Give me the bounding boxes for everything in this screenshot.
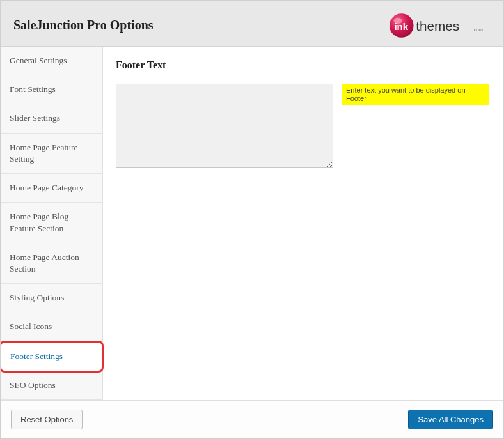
footer-bar: Reset Options Save All Changes xyxy=(1,400,503,438)
helper-text: Enter text you want to be displayed on F… xyxy=(342,84,489,105)
brand-logo: ink themes .com xyxy=(388,12,491,39)
section-title: Footer Text xyxy=(116,59,489,71)
page-title: SaleJunction Pro Options xyxy=(13,18,154,33)
header-bar: SaleJunction Pro Options ink themes .com xyxy=(1,1,503,47)
sidebar-item-home-feature[interactable]: Home Page Feature Setting xyxy=(1,134,102,174)
body-container: General Settings Font Settings Slider Se… xyxy=(1,47,503,400)
sidebar-item-styling[interactable]: Styling Options xyxy=(1,284,102,312)
sidebar-item-font-settings[interactable]: Font Settings xyxy=(1,75,102,104)
field-row: Enter text you want to be displayed on F… xyxy=(116,84,489,168)
sidebar-item-slider-settings[interactable]: Slider Settings xyxy=(1,104,102,133)
svg-text:ink: ink xyxy=(394,20,408,31)
sidebar-item-home-category[interactable]: Home Page Category xyxy=(1,174,102,203)
reset-button[interactable]: Reset Options xyxy=(11,410,83,429)
content-panel: Footer Text Enter text you want to be di… xyxy=(103,47,503,400)
sidebar-item-home-auction[interactable]: Home Page Auction Section xyxy=(1,243,102,284)
footer-text-input[interactable] xyxy=(116,84,333,168)
save-button[interactable]: Save All Changes xyxy=(408,410,493,429)
sidebar-item-home-blog[interactable]: Home Page Blog Feature Section xyxy=(1,203,102,243)
sidebar-item-social-icons[interactable]: Social Icons xyxy=(1,312,102,341)
svg-text:.com: .com xyxy=(473,27,483,33)
sidebar-item-footer-settings[interactable]: Footer Settings xyxy=(1,341,104,373)
sidebar-item-general-settings[interactable]: General Settings xyxy=(1,47,102,75)
settings-sidebar: General Settings Font Settings Slider Se… xyxy=(1,47,103,400)
svg-text:themes: themes xyxy=(416,18,459,33)
sidebar-item-seo-options[interactable]: SEO Options xyxy=(1,371,102,400)
